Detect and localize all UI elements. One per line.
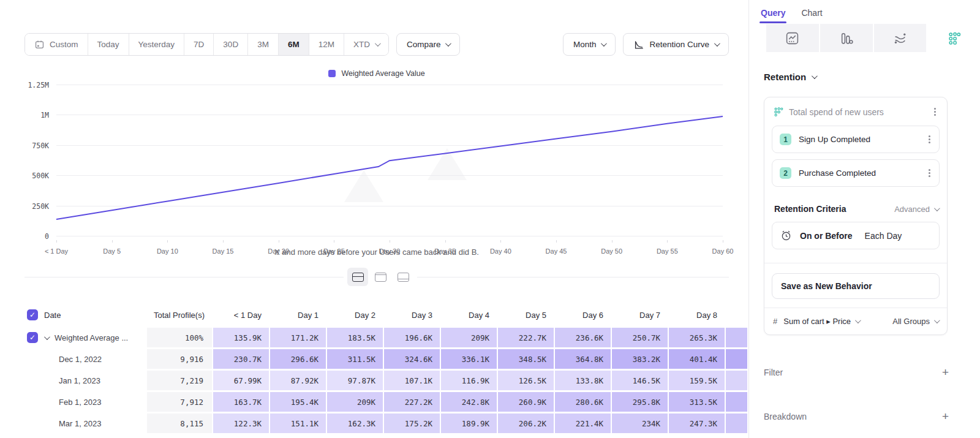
behavior-step-1[interactable]: 1 Sign Up Completed bbox=[772, 126, 940, 153]
criteria-mode-label: Advanced bbox=[894, 205, 930, 214]
tab-chart[interactable]: Chart bbox=[801, 8, 822, 23]
compare-button[interactable]: Compare bbox=[396, 33, 461, 56]
bar-chart-icon bbox=[839, 31, 853, 45]
kebab-menu-icon[interactable] bbox=[934, 111, 936, 113]
filter-add-row[interactable]: Filter + bbox=[764, 366, 949, 378]
groups-dropdown[interactable]: All Groups bbox=[892, 317, 938, 326]
overflow-value-cell bbox=[726, 413, 747, 433]
range-button-7d[interactable]: 7D bbox=[184, 34, 213, 55]
header-col: Day 2 bbox=[327, 304, 383, 325]
retention-criteria-label: Retention Criteria bbox=[774, 204, 894, 214]
breakdown-add-row[interactable]: Breakdown + bbox=[764, 410, 949, 422]
layout-split-view-button[interactable] bbox=[347, 268, 368, 286]
retention-value-cell: 313.5K bbox=[669, 392, 725, 412]
layout-table-only-button[interactable] bbox=[393, 268, 413, 286]
retention-value-cell: 295.8K bbox=[612, 392, 668, 412]
x-axis-tick bbox=[279, 240, 279, 243]
layout-toggle-group bbox=[344, 268, 417, 286]
chevron-down-icon bbox=[934, 205, 940, 211]
retention-value-cell: 227.2K bbox=[384, 392, 440, 412]
row-checkbox[interactable]: ✓ bbox=[27, 332, 38, 343]
chevron-down-icon bbox=[375, 40, 381, 47]
criteria-mode-dropdown[interactable]: Advanced bbox=[894, 205, 938, 214]
range-button-6m[interactable]: 6M bbox=[278, 34, 309, 55]
behavior-step-2[interactable]: 2 Purchase Completed bbox=[772, 159, 940, 187]
criteria-condition-card[interactable]: On or Before Each Day bbox=[772, 222, 940, 249]
chart-type-button[interactable]: Retention Curve bbox=[623, 33, 729, 56]
range-button-3m[interactable]: 3M bbox=[247, 34, 278, 55]
chevron-down-icon[interactable] bbox=[44, 334, 50, 340]
retention-value-cell: 183.5K bbox=[327, 328, 383, 347]
layout-chart-only-button[interactable] bbox=[370, 268, 391, 286]
retention-value-cell: 171.2K bbox=[270, 328, 326, 347]
behavior-card: Total spend of new users 1 Sign Up Compl… bbox=[764, 97, 948, 335]
tab-query[interactable]: Query bbox=[761, 8, 785, 23]
retention-value-cell: 324.6K bbox=[384, 349, 440, 369]
header-overflow-col bbox=[726, 304, 747, 325]
retention-value-cell: 222.7K bbox=[498, 328, 554, 347]
header-col: Day 8 bbox=[669, 304, 725, 325]
overflow-value-cell bbox=[726, 349, 747, 369]
flows-chart-button[interactable] bbox=[874, 24, 927, 52]
retention-section-dropdown[interactable]: Retention bbox=[764, 72, 980, 82]
retention-value-cell: 175.2K bbox=[384, 413, 440, 433]
retention-value-cell: 265.3K bbox=[669, 328, 725, 347]
kebab-menu-icon[interactable] bbox=[929, 172, 930, 174]
retention-value-cell: 336.1K bbox=[441, 349, 497, 369]
retention-value-cell: 159.5K bbox=[669, 371, 725, 390]
retention-curve-icon bbox=[633, 39, 644, 50]
retention-value-cell: 151.1K bbox=[270, 413, 326, 433]
x-axis-tick bbox=[56, 240, 57, 243]
range-button-xtd[interactable]: XTD bbox=[344, 34, 388, 55]
total-profiles-cell: 100% bbox=[147, 328, 212, 347]
bar-chart-button[interactable] bbox=[820, 24, 873, 52]
row-label-cell: Mar 1, 2023 bbox=[0, 413, 146, 433]
range-label: XTD bbox=[353, 40, 370, 49]
range-button-today[interactable]: Today bbox=[88, 34, 129, 55]
kebab-menu-icon[interactable] bbox=[929, 138, 930, 140]
overflow-value-cell bbox=[726, 392, 747, 412]
retention-value-cell: 242.8K bbox=[441, 392, 497, 412]
retention-value-cell: 296.6K bbox=[270, 349, 326, 369]
calendar-icon bbox=[34, 39, 45, 50]
select-all-checkbox[interactable]: ✓ bbox=[27, 309, 38, 320]
range-button-12m[interactable]: 12M bbox=[309, 34, 344, 55]
retention-value-cell: 162.3K bbox=[327, 413, 383, 433]
range-button-30d[interactable]: 30D bbox=[213, 34, 247, 55]
retention-value-cell: 234K bbox=[612, 413, 668, 433]
retention-value-cell: 348.5K bbox=[498, 349, 554, 369]
chevron-down-icon bbox=[601, 40, 607, 47]
granularity-button[interactable]: Month bbox=[563, 33, 616, 56]
save-as-new-behavior-button[interactable]: Save as New Behavior bbox=[772, 273, 940, 299]
total-profiles-cell: 9,916 bbox=[147, 349, 212, 369]
retention-chart-button[interactable] bbox=[927, 24, 980, 52]
range-button-yesterday[interactable]: Yesterday bbox=[129, 34, 184, 55]
panel-tabs: Query Chart bbox=[749, 0, 980, 23]
range-label: 7D bbox=[194, 40, 204, 49]
retention-value-cell: 189.9K bbox=[441, 413, 497, 433]
groups-label: All Groups bbox=[892, 317, 930, 326]
x-axis-tick bbox=[223, 240, 224, 243]
retention-value-cell: 196.6K bbox=[384, 328, 440, 347]
range-button-custom[interactable]: Custom bbox=[25, 34, 88, 55]
row-label: Weighted Average ... bbox=[55, 333, 128, 342]
retention-value-cell: 146.5K bbox=[612, 371, 668, 390]
header-col: < 1 Day bbox=[213, 304, 269, 325]
header-col: Day 4 bbox=[441, 304, 497, 325]
header-label: Date bbox=[44, 311, 61, 320]
row-label: Feb 1, 2023 bbox=[59, 398, 101, 407]
plus-icon[interactable]: + bbox=[942, 366, 949, 378]
retention-value-cell: 260.9K bbox=[498, 392, 554, 412]
insights-chart-button[interactable] bbox=[766, 24, 819, 52]
header-col: Day 5 bbox=[498, 304, 554, 325]
row-label: Mar 1, 2023 bbox=[59, 419, 101, 428]
retention-value-cell: 116.9K bbox=[441, 371, 497, 390]
plus-icon[interactable]: + bbox=[942, 410, 949, 422]
retention-value-cell: 311.5K bbox=[327, 349, 383, 369]
behavior-header[interactable]: Total spend of new users bbox=[764, 97, 947, 119]
row-label-cell: Dec 1, 2022 bbox=[0, 349, 146, 369]
filter-label: Filter bbox=[764, 368, 783, 377]
measure-property-dropdown[interactable]: Sum of cart ▸ Price bbox=[783, 317, 886, 326]
chart-legend: Weighted Average Value bbox=[24, 69, 729, 78]
range-label: Yesterday bbox=[138, 40, 175, 49]
